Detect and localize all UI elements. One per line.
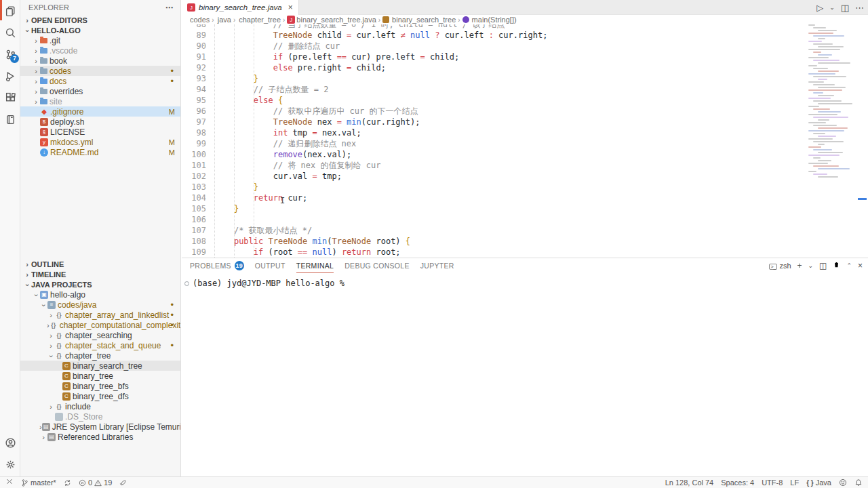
terminal-dropdown-icon[interactable]: ⌄ (808, 262, 814, 269)
eol[interactable]: LF (790, 479, 799, 487)
git-modified-dot: • (170, 323, 174, 327)
section-java-projects[interactable]: ›JAVA PROJECTS (20, 279, 180, 289)
close-panel-icon[interactable]: × (858, 261, 863, 270)
method-icon (462, 16, 469, 23)
tree-item-.vscode[interactable]: ›.vscode (20, 45, 180, 56)
minimap[interactable] (808, 24, 859, 225)
code-line-89: 89 TreeNode child = cur.left ≠ null ? cu… (182, 30, 868, 41)
code-editor[interactable]: 88 // 当子结点数量 = 0 / 1 时, child = null / 该… (182, 24, 868, 258)
run-debug-icon[interactable] (0, 65, 20, 87)
breadcrumb-item[interactable]: chapter_tree (237, 16, 281, 24)
more-actions-icon[interactable]: ⋯ (855, 3, 864, 13)
breadcrumb-item[interactable]: Jbinary_search_tree.java (287, 16, 376, 24)
tree-item-deploy.sh[interactable]: $deploy.sh (20, 117, 180, 127)
run-dropdown[interactable]: ⌄ (829, 4, 835, 11)
run-button[interactable]: ▷ (816, 3, 823, 13)
problems-count-badge: 19 (235, 261, 244, 270)
tree-item-chapter_stack_and_queue[interactable]: ›{}chapter_stack_and_queue• (20, 340, 180, 350)
section-root-folder[interactable]: ›HELLO-ALGO (20, 25, 180, 35)
tree-item-binary_tree[interactable]: Cbinary_tree (20, 371, 180, 381)
indentation[interactable]: Spaces: 4 (721, 479, 754, 487)
file-icon (55, 413, 63, 421)
status-bar: master*019 Ln 128, Col 74Spaces: 4UTF-8L… (0, 476, 868, 488)
tree-item-chapter_array_and_linkedlist[interactable]: ›{}chapter_array_and_linkedlist• (20, 310, 180, 320)
search-icon[interactable] (0, 22, 20, 43)
folder-icon (40, 79, 47, 84)
notebook-icon[interactable] (0, 108, 20, 130)
tree-item-license[interactable]: §LICENSE (20, 127, 180, 137)
library-icon: ▤ (42, 423, 50, 431)
tree-item-chapter_computational_complexity[interactable]: ›{}chapter_computational_complexity• (20, 320, 180, 330)
breadcrumb-item[interactable]: codes (189, 16, 210, 24)
section-outline[interactable]: ›OUTLINE (20, 259, 180, 269)
tree-item-.git[interactable]: ›.git (20, 35, 180, 45)
section-open-editors[interactable]: ›OPEN EDITORS (20, 15, 180, 25)
tree-item-chapter_tree[interactable]: ›{}chapter_tree (20, 350, 180, 361)
tree-item-book[interactable]: ›book (20, 56, 180, 66)
tree-item-docs[interactable]: ›docs• (20, 76, 180, 86)
yaml-icon: y (40, 138, 48, 146)
extensions-icon[interactable] (0, 87, 20, 108)
sidebar-more-actions-icon[interactable]: ⋯ (165, 3, 174, 12)
braces-icon: {} (55, 332, 63, 339)
new-terminal-icon[interactable]: + (797, 261, 802, 270)
kill-terminal-icon[interactable] (833, 261, 840, 270)
tree-item-site[interactable]: ›site (20, 96, 180, 106)
tree-item-referenced-libraries[interactable]: ›▤Referenced Libraries (20, 432, 180, 442)
sync-icon[interactable] (64, 479, 71, 487)
tree-item-binary_tree_dfs[interactable]: Cbinary_tree_dfs (20, 391, 180, 401)
panel-tab-jupyter[interactable]: JUPYTER (420, 258, 454, 273)
folder-icon (40, 99, 47, 104)
tree-item-include[interactable]: ›{}include (20, 401, 180, 411)
explorer-icon[interactable] (0, 0, 20, 22)
java-mode-rocket[interactable] (119, 479, 127, 487)
tab-binary_search_tree.java[interactable]: Jbinary_search_tree.java× (182, 0, 299, 15)
tree-item-codes[interactable]: ›codes• (20, 66, 180, 76)
tree-item-jre-system-library-eclipse-temurin-17-17...[interactable]: ›▤JRE System Library [Eclipse Temurin 17… (20, 422, 180, 432)
source-control-icon[interactable]: 7 (0, 43, 20, 65)
tree-item-hello-algo[interactable]: ›▣hello-algo (20, 289, 180, 300)
language-mode[interactable]: { }Java (806, 479, 831, 487)
tree-item-binary_search_tree[interactable]: Cbinary_search_tree (20, 361, 180, 371)
panel-tab-terminal[interactable]: TERMINAL (296, 258, 334, 273)
tree-item-.ds_store[interactable]: .DS_Store (20, 411, 180, 422)
breadcrumb-item[interactable]: main(String[]) (462, 16, 517, 24)
shell-selector[interactable]: >_zsh (769, 262, 791, 270)
markdown-icon: ↓ (40, 148, 48, 157)
code-line-95: 95 else { (182, 95, 868, 106)
breadcrumb-item[interactable]: binary_search_tree (382, 16, 456, 24)
tab-close-icon[interactable]: × (288, 3, 293, 12)
problems-summary[interactable]: 019 (79, 479, 112, 487)
code-line-93: 93 } (182, 73, 868, 84)
panel-tab-debug-console[interactable]: DEBUG CONSOLE (344, 258, 410, 273)
tree-item-overrides[interactable]: ›overrides (20, 86, 180, 96)
encoding[interactable]: UTF-8 (762, 479, 783, 487)
panel-tab-problems[interactable]: PROBLEMS19 (190, 258, 244, 273)
settings-gear-icon[interactable] (0, 453, 20, 475)
git-branch[interactable]: master* (21, 479, 56, 487)
split-terminal-icon[interactable]: ◫ (819, 261, 827, 270)
cursor-position[interactable]: Ln 128, Col 74 (665, 479, 714, 487)
breadcrumb-item[interactable]: java (216, 16, 231, 24)
feedback-smiley[interactable] (839, 479, 847, 487)
maximize-panel-icon[interactable]: ⌃ (846, 262, 852, 269)
tree-item-mkdocs.yml[interactable]: ymkdocs.ymlM (20, 137, 180, 147)
terminal-prompt[interactable]: (base) jyd@JYD-MBP hello-algo % (193, 279, 344, 288)
section-timeline[interactable]: ›TIMELINE (20, 269, 180, 279)
tree-item-binary_tree_bfs[interactable]: Cbinary_tree_bfs (20, 381, 180, 391)
account-icon[interactable] (0, 432, 20, 453)
tree-item-codes-java[interactable]: ›≡codes/java• (20, 300, 180, 310)
tree-item-.gitignore[interactable]: ◆.gitignoreM (20, 106, 180, 117)
braces-icon: {} (55, 312, 63, 319)
tree-item-chapter_searching[interactable]: ›{}chapter_searching (20, 330, 180, 340)
braces-icon: {} (50, 322, 58, 329)
git-status-badge: M (169, 138, 175, 146)
java-file-icon: J (287, 16, 295, 24)
panel-tab-output[interactable]: OUTPUT (255, 258, 285, 273)
notifications-bell[interactable] (854, 479, 863, 487)
remote-indicator[interactable] (5, 479, 14, 487)
split-editor-icon[interactable]: ◫ (841, 3, 849, 13)
code-line-109: 109 if (root == null) return root; (182, 247, 868, 258)
git-status-badge: M (169, 148, 175, 157)
tree-item-readme.md[interactable]: ↓README.mdM (20, 147, 180, 157)
